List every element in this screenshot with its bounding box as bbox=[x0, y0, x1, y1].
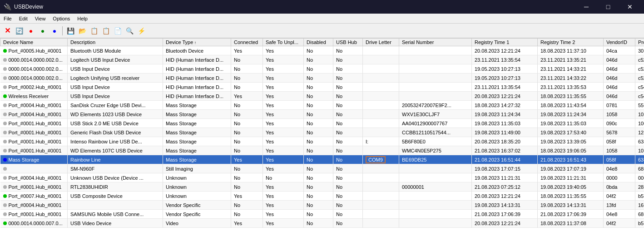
cell-disabled: No bbox=[304, 210, 333, 219]
table-row[interactable]: Port_#0001.Hub_#0001RTL2838UHIDIRUnknown… bbox=[0, 182, 644, 192]
col-disabled[interactable]: Disabled bbox=[304, 39, 333, 46]
table-row[interactable]: Port_#0001.Hub_#0001SAMSUNG Mobile USB C… bbox=[0, 210, 644, 219]
device-name-text: Port_#0001.Hub_#0001 bbox=[9, 139, 62, 144]
col-device-type[interactable]: Device Type bbox=[163, 39, 231, 46]
table-row[interactable]: Port_#0001.Hub_#0001Generic Flash Disk U… bbox=[0, 128, 644, 137]
toolbar-separator-1 bbox=[62, 26, 63, 35]
cell-device-name: Port_#0001.Hub_#0001 bbox=[0, 128, 68, 137]
col-description[interactable]: Description bbox=[68, 39, 163, 46]
cell-description: USB Input Device bbox=[68, 83, 163, 92]
cell-vendorId: 046d bbox=[604, 83, 635, 92]
lightning-button[interactable]: ⚡ bbox=[136, 25, 147, 36]
play-button[interactable]: ● bbox=[49, 25, 60, 36]
table-row[interactable]: Wireless ReceiverUSB Input DeviceHID (Hu… bbox=[0, 92, 644, 101]
col-registry-time1[interactable]: Registry Time 1 bbox=[472, 39, 538, 46]
table-row[interactable]: Port_#0004.Hub_#0001Vendor SpecificNoYes… bbox=[0, 201, 644, 210]
status-dot-gray bbox=[3, 85, 7, 89]
report-button[interactable]: 📄 bbox=[112, 25, 123, 36]
table-row[interactable]: 0000.0014.0000.002.0...USB Input DeviceH… bbox=[0, 64, 644, 74]
cell-device-name: Wireless Receiver bbox=[0, 92, 68, 101]
table-row[interactable]: Port_#0001.Hub_#0001Intenso Rainbow Line… bbox=[0, 137, 644, 146]
cell-connected: No bbox=[231, 128, 263, 137]
cell-registryTime1: 21.08.2023 16:51:44 bbox=[472, 155, 538, 164]
table-row[interactable]: 0000.0014.0000.007.0...USB Video DeviceV… bbox=[0, 219, 644, 228]
menu-options[interactable]: Options bbox=[49, 14, 74, 23]
cell-registryTime2: 19.08.2023 19:40:05 bbox=[538, 182, 604, 192]
table-row[interactable]: Port_#0001.Hub_#0001WD Elements 107C USB… bbox=[0, 146, 644, 155]
table-row[interactable]: 0000.0014.0000.002.0...Logitech USB Inpu… bbox=[0, 55, 644, 64]
title-bar: 🔌 USBDeview ─ □ ✕ bbox=[0, 0, 644, 14]
close-button[interactable]: ✕ bbox=[619, 0, 640, 14]
cell-serialNumber bbox=[399, 46, 472, 55]
table-row[interactable]: Port_#0004.Hub_#0001Unknown USB Device (… bbox=[0, 173, 644, 182]
cell-safeToUnpl: Yes bbox=[263, 128, 304, 137]
menu-edit[interactable]: Edit bbox=[15, 14, 31, 23]
cell-disabled: No bbox=[304, 128, 333, 137]
cell-vendorId: 0bda bbox=[604, 182, 635, 192]
cell-connected: No bbox=[231, 173, 263, 182]
cell-registryTime1: 19.08.2023 11:35:03 bbox=[472, 119, 538, 128]
col-usb-hub[interactable]: USB Hub bbox=[333, 39, 363, 46]
search-button[interactable]: 🔍 bbox=[124, 25, 135, 36]
copy2-button[interactable]: 📋 bbox=[100, 25, 111, 36]
cell-connected: Yes bbox=[231, 155, 263, 164]
cell-device-name bbox=[0, 164, 68, 173]
cell-deviceType: HID (Human Interface D... bbox=[163, 64, 231, 74]
table-row[interactable]: Port_#0004.Hub_#0001SanDisk Cruzer Edge … bbox=[0, 101, 644, 110]
cell-registryTime2: 19.08.2023 11:21:31 bbox=[538, 173, 604, 182]
cell-usbHub: No bbox=[333, 146, 363, 155]
col-registry-time2[interactable]: Registry Time 2 bbox=[538, 39, 604, 46]
cell-safeToUnpl: Yes bbox=[263, 201, 304, 210]
status-dot-blue bbox=[3, 158, 7, 162]
col-connected[interactable]: Connected bbox=[231, 39, 263, 46]
cell-usbHub: No bbox=[333, 210, 363, 219]
col-drive-letter[interactable]: Drive Letter bbox=[363, 39, 399, 46]
cell-deviceType: Unknown bbox=[163, 173, 231, 182]
cell-disabled: No bbox=[304, 146, 333, 155]
col-product-id[interactable]: Produ... bbox=[635, 39, 644, 46]
col-serial-number[interactable]: Serial Number bbox=[399, 39, 472, 46]
col-device-name[interactable]: Device Name bbox=[0, 39, 68, 46]
cell-productId: c52b bbox=[635, 64, 644, 74]
cell-description: Intenso Rainbow Line USB De... bbox=[68, 137, 163, 146]
delete-button[interactable]: ✕ bbox=[2, 25, 13, 36]
refresh-button[interactable]: 🔄 bbox=[14, 25, 25, 36]
status-dot-gray bbox=[3, 167, 7, 171]
cell-usbHub: No bbox=[333, 173, 363, 182]
device-name-text: Port_#0001.Hub_#0001 bbox=[9, 121, 62, 126]
cell-registryTime2: 18.08.2023 19:06:05 bbox=[538, 146, 604, 155]
table-row[interactable]: Port_#0002.Hub_#0001USB Input DeviceHID … bbox=[0, 83, 644, 92]
col-vendor-id[interactable]: VendorID bbox=[604, 39, 635, 46]
menu-file[interactable]: File bbox=[0, 14, 15, 23]
table-row[interactable]: Port_#0004.Hub_#0001WD Elements 1023 USB… bbox=[0, 110, 644, 119]
menu-help[interactable]: Help bbox=[74, 14, 91, 23]
col-safe-to-unpl[interactable]: Safe To Unpl... bbox=[263, 39, 304, 46]
cell-registryTime1: 20.08.2023 18:35:20 bbox=[472, 137, 538, 146]
cell-safeToUnpl: Yes bbox=[263, 110, 304, 119]
cell-device-name: Port_#0004.Hub_#0001 bbox=[0, 110, 68, 119]
table-row[interactable]: Mass StorageRainbow LineMass StorageYesY… bbox=[0, 155, 644, 164]
cell-vendorId: 090c bbox=[604, 119, 635, 128]
menu-view[interactable]: View bbox=[31, 14, 50, 23]
maximize-button[interactable]: □ bbox=[598, 0, 619, 14]
menu-bar: File Edit View Options Help bbox=[0, 14, 644, 24]
cell-registryTime2: 21.08.2023 16:51:43 bbox=[538, 155, 604, 164]
table-row[interactable]: SM-N960FStill ImagingNoYesNoNo19.08.2023… bbox=[0, 164, 644, 173]
table-row[interactable]: Port_#0005.Hub_#0001Bluetooth USB Module… bbox=[0, 46, 644, 55]
cell-productId: b573 bbox=[635, 192, 644, 201]
table-row[interactable]: Port_#0001.Hub_#0001USB Stick 2.0 ME USB… bbox=[0, 119, 644, 128]
cell-registryTime1: 19.08.2023 11:49:00 bbox=[472, 128, 538, 137]
cell-usbHub: No bbox=[333, 83, 363, 92]
copy-button[interactable]: 📋 bbox=[89, 25, 99, 36]
table-row[interactable]: Port_#0007.Hub_#0001USB Composite Device… bbox=[0, 192, 644, 201]
minimize-button[interactable]: ─ bbox=[576, 0, 597, 14]
device-name-text: Port_#0001.Hub_#0001 bbox=[9, 148, 62, 153]
status-dot-green bbox=[3, 94, 7, 98]
enable-button[interactable]: ● bbox=[37, 25, 48, 36]
main-table-container[interactable]: Device Name Description Device Type Conn… bbox=[0, 38, 644, 246]
stop-button[interactable]: ● bbox=[25, 25, 36, 36]
table-row[interactable]: 0000.0014.0000.002.0...Logitech Unifying… bbox=[0, 74, 644, 83]
save-button[interactable]: 💾 bbox=[65, 25, 76, 36]
cell-device-name: Port_#0002.Hub_#0001 bbox=[0, 83, 68, 92]
folder-button[interactable]: 📂 bbox=[77, 25, 88, 36]
